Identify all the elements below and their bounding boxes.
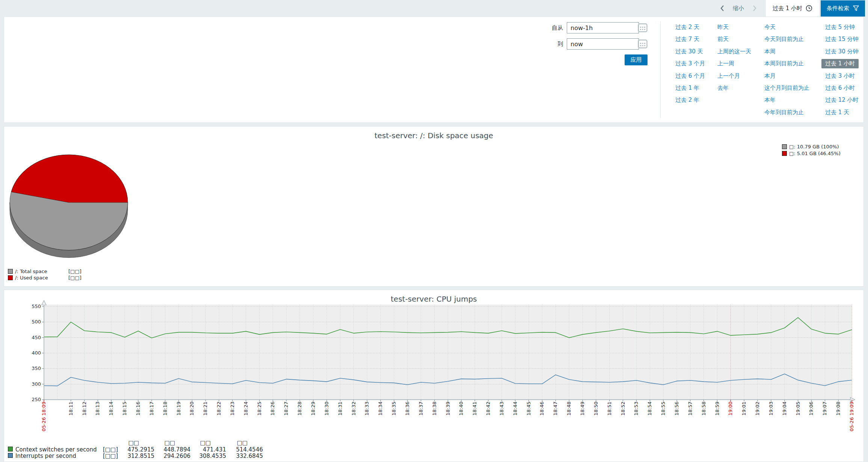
time-back-button[interactable]: [716, 0, 728, 17]
quick-range-link[interactable]: 过去 2 天: [675, 23, 699, 32]
quick-range-link[interactable]: 过去 6 小时: [825, 83, 855, 93]
x-axis-label: 18:11: [68, 402, 74, 415]
quick-range-link[interactable]: 本周: [764, 47, 776, 56]
quick-range-link[interactable]: 过去 5 分钟: [825, 23, 855, 32]
quick-range-links: 过去 2 天过去 7 天过去 30 天过去 3 个月过去 6 个月过去 1 年过…: [4, 17, 863, 122]
pie-legend-item: □: 10.79 GB (100%): [782, 144, 839, 149]
x-axis-label: 05-26 18:09: [41, 402, 47, 431]
legend-label: /: Total space: [15, 269, 47, 274]
x-axis-label: 18:53: [634, 402, 639, 415]
x-axis-label: 18:35: [391, 402, 397, 415]
quick-range-link[interactable]: 今年到目前为止: [764, 108, 804, 117]
x-axis-label: 18:43: [499, 402, 504, 415]
legend-stat-value: 312.8515: [113, 453, 154, 459]
legend-stat-header: □□: [149, 439, 190, 445]
quick-range-link[interactable]: 过去 2 年: [675, 95, 699, 105]
legend-stat-value: 308.4535: [185, 453, 226, 459]
x-axis-label: 18:50: [593, 402, 599, 415]
quick-range-link[interactable]: 过去 12 小时: [825, 95, 859, 105]
quick-range-link[interactable]: 今天到目前为止: [764, 35, 804, 44]
legend-stat-value: 475.2915: [113, 446, 154, 452]
quick-range-link[interactable]: 过去 1 年: [675, 83, 699, 93]
quick-range-link[interactable]: 上一个月: [717, 71, 740, 81]
cpu-line-chart-plot[interactable]: [4, 290, 864, 462]
quick-range-link[interactable]: 上一周: [717, 59, 734, 68]
quick-range-link[interactable]: 过去 15 分钟: [825, 35, 859, 44]
quick-range-link[interactable]: 过去 30 天: [675, 47, 703, 56]
quick-range-link[interactable]: 本周到目前为止: [764, 59, 804, 68]
x-axis-label: 18:20: [189, 402, 195, 415]
x-axis-label: 18:44: [513, 402, 518, 415]
time-navigation-bar: 缩小 过去 1 小时 条件检索: [0, 0, 868, 17]
time-range-label: 过去 1 小时: [773, 5, 802, 12]
legend-stat-header: □□: [113, 439, 154, 445]
x-axis-label: 19:01: [741, 402, 747, 415]
x-axis-label: 18:32: [351, 402, 356, 415]
quick-range-link[interactable]: 过去 30 分钟: [825, 47, 859, 56]
x-axis-label: 19:05: [796, 402, 801, 415]
x-axis-label: 18:28: [297, 402, 302, 415]
x-axis-label: 18:12: [82, 402, 87, 415]
x-axis-label: 18:33: [364, 402, 370, 415]
legend-label: □: 10.79 GB (100%): [789, 144, 839, 149]
chevron-left-icon: [720, 5, 725, 12]
x-axis-label: 18:58: [701, 402, 706, 415]
y-axis-label: 500: [25, 319, 41, 325]
pie-chart-title: test-server: /: Disk space usage: [4, 131, 863, 140]
x-axis-label: 18:23: [230, 402, 235, 415]
filter-button[interactable]: 条件检索: [821, 0, 865, 17]
x-axis-label: 18:36: [405, 402, 410, 415]
quick-range-link[interactable]: 上周的这一天: [717, 47, 751, 56]
legend-swatch: [8, 275, 13, 280]
pie-legend-item: □: 5.01 GB (46.45%): [782, 151, 841, 156]
x-axis-label: 18:26: [270, 402, 275, 415]
time-forward-button[interactable]: [749, 0, 761, 17]
x-axis-label: 18:59: [715, 402, 720, 415]
x-axis-label: 18:31: [338, 402, 343, 415]
quick-range-link[interactable]: 去年: [717, 83, 729, 93]
legend-swatch: [8, 453, 13, 458]
x-axis-label: 18:27: [284, 402, 289, 415]
y-axis-label: 350: [25, 365, 41, 371]
cpu-jumps-panel: test-server: CPU jumps 55050045040035030…: [4, 290, 864, 462]
quick-range-link[interactable]: 过去 7 天: [675, 35, 699, 44]
x-axis-label: 18:22: [216, 402, 222, 415]
y-axis-label: 250: [25, 397, 41, 402]
quick-range-link[interactable]: 前天: [717, 35, 729, 44]
x-axis-label: 18:41: [472, 402, 477, 415]
x-axis-label: 18:25: [257, 402, 262, 415]
x-axis-label: 19:00: [728, 402, 733, 415]
quick-range-link[interactable]: 过去 6 个月: [675, 71, 705, 81]
x-axis-label: 18:38: [432, 402, 437, 415]
time-range-tab[interactable]: 过去 1 小时: [766, 0, 819, 17]
legend-stat-value: 514.4546: [222, 446, 263, 452]
x-axis-label: 18:55: [661, 402, 666, 415]
quick-range-link[interactable]: 昨天: [717, 23, 729, 32]
legend-stat-header: □□: [185, 439, 226, 445]
y-axis-label: 550: [25, 303, 41, 309]
legend-swatch: [8, 269, 13, 274]
quick-range-link[interactable]: 今天: [764, 23, 776, 32]
quick-range-link[interactable]: 过去 3 小时: [825, 71, 855, 81]
x-axis-label: 18:14: [109, 402, 114, 415]
legend-stat-value: 471.431: [185, 446, 226, 452]
x-axis-label: 18:18: [163, 402, 168, 415]
quick-range-link[interactable]: 过去 1 小时: [821, 59, 859, 68]
quick-range-link[interactable]: 过去 3 个月: [675, 59, 705, 68]
quick-range-link[interactable]: 本月: [764, 71, 776, 81]
x-axis-label: 18:21: [203, 402, 208, 415]
x-axis-label: 18:49: [580, 402, 585, 415]
x-axis-label: 18:56: [674, 402, 679, 415]
legend-label: □: 5.01 GB (46.45%): [789, 151, 841, 156]
quick-range-link[interactable]: 本年: [764, 95, 776, 105]
quick-range-link[interactable]: 这个月到目前为止: [764, 83, 809, 93]
quick-range-link[interactable]: 过去 1 天: [825, 108, 849, 117]
x-axis-label: 05-26 19:09: [849, 402, 854, 431]
y-axis-label: 400: [25, 350, 41, 356]
zoom-out-button[interactable]: 缩小: [728, 5, 749, 12]
time-filter-panel: 自从 到 应用 过去 2 天过去 7 天过去 30 天过去 3 个月过去 6 个…: [4, 17, 864, 123]
x-axis-label: 18:46: [539, 402, 545, 415]
x-axis-label: 18:57: [688, 402, 693, 415]
disk-usage-pie-chart: [5, 145, 140, 284]
legend-series-name: Context switches per second: [15, 446, 97, 452]
